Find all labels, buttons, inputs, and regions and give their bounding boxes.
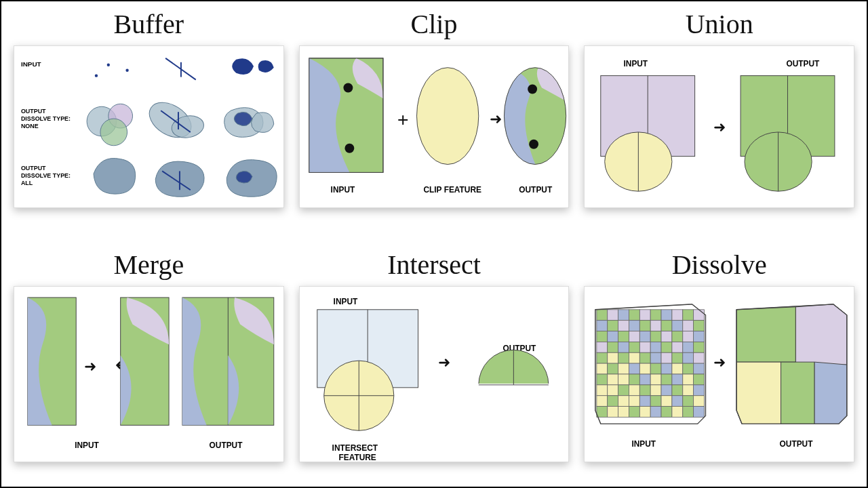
svg-rect-154 (661, 407, 672, 418)
svg-rect-78 (597, 331, 608, 342)
svg-rect-79 (608, 331, 618, 342)
svg-rect-100 (618, 352, 629, 363)
svg-rect-106 (683, 352, 694, 363)
diagram-frame: Buffer INPUT OUTPUT DISSOLVE TYPE: NONE … (0, 0, 868, 488)
svg-rect-109 (608, 363, 618, 374)
svg-text:+: + (397, 108, 408, 131)
svg-rect-99 (608, 352, 618, 363)
svg-rect-149 (608, 407, 618, 418)
card-intersect: INPUT INTERSECTFEATURE ➜ (299, 286, 570, 462)
svg-rect-156 (683, 407, 694, 418)
svg-rect-73 (651, 321, 662, 331)
svg-rect-138 (597, 396, 608, 407)
svg-rect-108 (597, 363, 608, 374)
svg-rect-74 (661, 321, 672, 331)
svg-rect-116 (683, 363, 694, 374)
svg-rect-101 (629, 352, 640, 363)
svg-rect-143 (651, 396, 662, 407)
svg-rect-95 (672, 342, 683, 352)
svg-rect-132 (640, 385, 651, 396)
svg-text:OUTPUT: OUTPUT (787, 59, 821, 68)
svg-text:OUTPUT
            DISSOLVE TY: OUTPUT DISSOLVE TYPE: ALL (21, 165, 73, 186)
svg-rect-93 (651, 342, 662, 352)
svg-rect-157 (694, 407, 705, 418)
svg-rect-139 (608, 396, 618, 407)
svg-text:INPUT: INPUT (75, 441, 99, 450)
intersect-svg: INPUT INTERSECTFEATURE ➜ (300, 287, 569, 462)
title-clip: Clip (411, 8, 458, 40)
svg-rect-75 (672, 321, 683, 331)
card-dissolve: ➜ INPUT OUTPUT (584, 286, 854, 462)
svg-rect-112 (640, 363, 651, 374)
svg-rect-146 (683, 396, 694, 407)
cell-clip: Clip + ➜ (299, 4, 570, 235)
svg-rect-126 (683, 374, 694, 385)
svg-text:➜: ➜ (84, 359, 96, 375)
svg-point-13 (344, 144, 354, 153)
svg-rect-86 (683, 331, 694, 342)
svg-rect-72 (640, 321, 651, 331)
svg-rect-90 (618, 342, 629, 352)
svg-rect-124 (661, 374, 672, 385)
svg-rect-68 (597, 321, 608, 331)
svg-rect-69 (608, 321, 618, 331)
svg-rect-64 (661, 310, 672, 321)
svg-rect-59 (608, 310, 618, 321)
cell-union: Union INPUT OUTPUT ➜ (584, 4, 854, 235)
union-svg: INPUT OUTPUT ➜ (585, 46, 854, 207)
svg-rect-76 (683, 321, 694, 331)
svg-rect-142 (640, 396, 651, 407)
svg-rect-97 (694, 342, 705, 352)
svg-rect-92 (640, 342, 651, 352)
title-merge: Merge (113, 249, 184, 281)
svg-rect-115 (672, 363, 683, 374)
svg-text:OUTPUT: OUTPUT (210, 441, 243, 450)
card-merge: ➜ ➜ INPUT (14, 286, 284, 462)
svg-text:INTERSECTFEATURE: INTERSECTFEATURE (332, 443, 378, 462)
svg-rect-128 (597, 385, 608, 396)
title-intersect: Intersect (387, 249, 481, 281)
svg-text:OUTPUT
            DISSOLVE TY: OUTPUT DISSOLVE TYPE: NONE (21, 108, 73, 129)
svg-point-16 (416, 68, 478, 165)
svg-rect-102 (640, 352, 651, 363)
svg-rect-62 (640, 310, 651, 321)
svg-rect-85 (672, 331, 683, 342)
svg-rect-152 (640, 407, 651, 418)
svg-rect-140 (618, 396, 629, 407)
svg-rect-118 (597, 374, 608, 385)
svg-rect-153 (651, 407, 662, 418)
svg-rect-94 (661, 342, 672, 352)
svg-rect-121 (629, 374, 640, 385)
svg-rect-103 (651, 352, 662, 363)
svg-rect-63 (651, 310, 662, 321)
title-union: Union (686, 8, 753, 40)
svg-rect-117 (694, 363, 705, 374)
merge-svg: ➜ ➜ INPUT (14, 287, 283, 462)
svg-text:OUTPUT: OUTPUT (780, 439, 814, 449)
svg-rect-61 (629, 310, 640, 321)
svg-rect-119 (608, 374, 618, 385)
svg-rect-60 (618, 310, 629, 321)
svg-rect-105 (672, 352, 683, 363)
card-union: INPUT OUTPUT ➜ (584, 45, 854, 208)
cell-dissolve: Dissolve (584, 245, 854, 476)
svg-rect-91 (629, 342, 640, 352)
svg-rect-87 (694, 331, 705, 342)
svg-rect-144 (661, 396, 672, 407)
svg-rect-137 (694, 385, 705, 396)
svg-text:INPUT: INPUT (333, 297, 357, 306)
svg-rect-88 (597, 342, 608, 352)
buffer-svg: INPUT OUTPUT DISSOLVE TYPE: NONE OUTPUT … (14, 46, 283, 207)
svg-point-12 (343, 83, 353, 93)
svg-rect-133 (651, 385, 662, 396)
svg-text:➜: ➜ (714, 354, 726, 371)
svg-rect-150 (618, 407, 629, 418)
svg-text:➜: ➜ (438, 354, 450, 371)
svg-rect-70 (618, 321, 629, 331)
svg-text:INPUT: INPUT (21, 60, 41, 68)
svg-rect-98 (597, 352, 608, 363)
cell-intersect: Intersect INPUT INTE (299, 245, 570, 476)
svg-rect-129 (608, 385, 618, 396)
svg-rect-81 (629, 331, 640, 342)
svg-rect-148 (597, 407, 608, 418)
